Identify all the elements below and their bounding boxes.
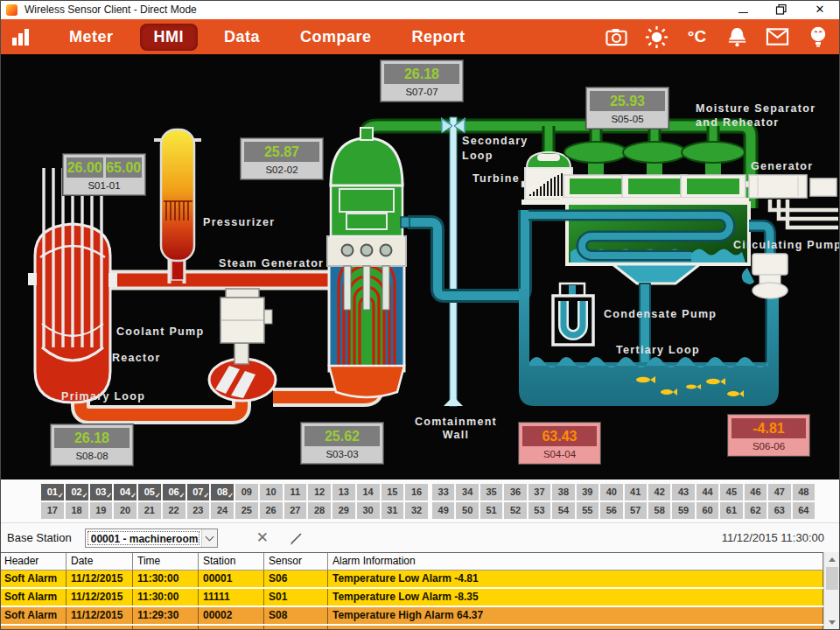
station-cell-56[interactable]: 56 xyxy=(600,502,622,519)
station-cell-58[interactable]: 58 xyxy=(648,502,670,519)
station-cell-07[interactable]: 07✓ xyxy=(187,484,210,500)
minimize-button[interactable] xyxy=(737,4,749,16)
station-cell-57[interactable]: 57 xyxy=(625,502,647,519)
scroll-up-icon[interactable] xyxy=(829,557,836,562)
station-cell-27[interactable]: 27 xyxy=(284,502,307,519)
station-cell-12[interactable]: 12 xyxy=(308,484,331,500)
station-cell-64[interactable]: 64 xyxy=(793,502,815,519)
station-cell-16[interactable]: 16 xyxy=(405,484,428,500)
station-cell-42[interactable]: 42 xyxy=(648,484,670,500)
alarm-cell: 11/12/2015 xyxy=(66,570,133,587)
station-cell-03[interactable]: 03✓ xyxy=(90,484,113,500)
station-cell-59[interactable]: 59 xyxy=(672,502,694,519)
station-cell-29[interactable]: 29 xyxy=(332,502,355,519)
station-cell-61[interactable]: 61 xyxy=(720,502,742,519)
station-cell-35[interactable]: 35 xyxy=(480,484,502,500)
station-cell-09[interactable]: 09 xyxy=(235,484,258,500)
mail-icon[interactable] xyxy=(766,25,789,49)
station-cell-51[interactable]: 51 xyxy=(480,502,502,519)
station-cell-10[interactable]: 10 xyxy=(260,484,283,500)
station-cell-50[interactable]: 50 xyxy=(456,502,478,519)
station-cell-34[interactable]: 34 xyxy=(456,484,478,500)
table-scrollbar[interactable] xyxy=(823,552,840,630)
bulb-icon[interactable] xyxy=(806,25,830,49)
sensor-value: 26.18 xyxy=(384,64,459,84)
brightness-icon[interactable] xyxy=(645,25,668,49)
sensor-box-S02-02: 25.87S02-02 xyxy=(241,138,323,179)
alarm-bell-icon[interactable] xyxy=(725,25,749,49)
station-cell-20[interactable]: 20 xyxy=(114,502,136,519)
station-cell-01[interactable]: 01✓ xyxy=(41,484,64,500)
nav-tab-meter[interactable]: Meter xyxy=(55,24,128,51)
station-cell-18[interactable]: 18 xyxy=(66,502,88,519)
station-cell-05[interactable]: 05✓ xyxy=(138,484,161,500)
station-cell-02[interactable]: 02✓ xyxy=(66,484,88,500)
station-cell-55[interactable]: 55 xyxy=(577,502,598,519)
close-button[interactable]: ✕ xyxy=(814,4,826,16)
nav-tab-report[interactable]: Report xyxy=(398,24,480,51)
station-cell-47[interactable]: 47 xyxy=(768,484,790,500)
base-station-dropdown[interactable]: 00001 - machineroom xyxy=(85,528,218,548)
title-bar: Wireless Sensor Client - Direct Mode ✕ xyxy=(0,0,840,20)
station-cell-30[interactable]: 30 xyxy=(357,502,380,519)
station-cell-26[interactable]: 26 xyxy=(260,502,283,519)
nav-tab-hmi[interactable]: HMI xyxy=(140,24,199,51)
station-cell-44[interactable]: 44 xyxy=(696,484,718,500)
alarm-row[interactable]: Soft Alarm11/12/201511:29:3000002S08Temp… xyxy=(0,607,823,624)
station-cell-40[interactable]: 40 xyxy=(600,484,622,500)
alarm-table-header: HeaderDateTimeStationSensorAlarm Informa… xyxy=(0,552,823,570)
sensor-values: 63.43 xyxy=(522,426,597,446)
station-cell-31[interactable]: 31 xyxy=(382,502,404,519)
station-cell-52[interactable]: 52 xyxy=(504,502,526,519)
station-cell-45[interactable]: 45 xyxy=(720,484,742,500)
station-cell-19[interactable]: 19 xyxy=(90,502,113,519)
station-cell-08[interactable]: 08✓ xyxy=(211,484,234,500)
scroll-down-icon[interactable] xyxy=(829,620,836,625)
sensor-values: 25.87 xyxy=(244,142,319,162)
station-cell-25[interactable]: 25 xyxy=(235,502,258,519)
base-station-label: Base Station xyxy=(7,531,72,544)
alarm-row[interactable]: Soft Alarm11/12/201511:30:0011111S01Temp… xyxy=(0,589,823,606)
station-cell-23[interactable]: 23 xyxy=(187,502,210,519)
station-cell-48[interactable]: 48 xyxy=(793,484,815,500)
clear-button[interactable]: ✕ xyxy=(256,528,269,547)
station-cell-33[interactable]: 33 xyxy=(432,484,454,500)
station-cell-21[interactable]: 21 xyxy=(138,502,161,519)
station-cell-37[interactable]: 37 xyxy=(528,484,550,500)
nav-tab-compare[interactable]: Compare xyxy=(286,24,386,51)
station-cell-15[interactable]: 15 xyxy=(382,484,404,500)
station-cell-32[interactable]: 32 xyxy=(405,502,428,519)
station-cell-24[interactable]: 24 xyxy=(211,502,234,519)
station-cell-22[interactable]: 22 xyxy=(163,502,186,519)
station-cell-43[interactable]: 43 xyxy=(672,484,694,500)
station-cell-14[interactable]: 14 xyxy=(357,484,380,500)
station-cell-46[interactable]: 46 xyxy=(745,484,766,500)
station-cell-17[interactable]: 17 xyxy=(41,502,64,519)
station-cell-11[interactable]: 11 xyxy=(284,484,307,500)
station-cell-49[interactable]: 49 xyxy=(432,502,454,519)
bar-chart-icon[interactable] xyxy=(12,28,29,46)
station-cell-63[interactable]: 63 xyxy=(768,502,790,519)
sensor-id-label: S07-07 xyxy=(384,86,459,98)
restore-button[interactable] xyxy=(775,4,788,16)
alarm-row[interactable]: Soft Alarm11/12/201511:30:0000001S06Temp… xyxy=(0,570,823,587)
station-cell-04[interactable]: 04✓ xyxy=(114,484,136,500)
alarm-row[interactable] xyxy=(0,626,823,630)
nav-tab-data[interactable]: Data xyxy=(210,24,274,51)
station-cell-62[interactable]: 62 xyxy=(745,502,766,519)
dropdown-arrow-icon[interactable] xyxy=(201,529,217,547)
celsius-icon[interactable]: °C xyxy=(685,25,709,49)
station-cell-54[interactable]: 54 xyxy=(552,502,574,519)
station-cell-39[interactable]: 39 xyxy=(577,484,598,500)
camera-icon[interactable] xyxy=(605,25,628,49)
station-cell-41[interactable]: 41 xyxy=(625,484,647,500)
station-cell-60[interactable]: 60 xyxy=(696,502,718,519)
station-cell-38[interactable]: 38 xyxy=(552,484,574,500)
station-cell-36[interactable]: 36 xyxy=(504,484,526,500)
station-cell-28[interactable]: 28 xyxy=(308,502,331,519)
station-cell-53[interactable]: 53 xyxy=(528,502,550,519)
edit-button[interactable] xyxy=(288,530,304,546)
station-cell-13[interactable]: 13 xyxy=(332,484,355,500)
scrollbar-thumb[interactable] xyxy=(826,567,838,590)
station-cell-06[interactable]: 06✓ xyxy=(163,484,186,500)
